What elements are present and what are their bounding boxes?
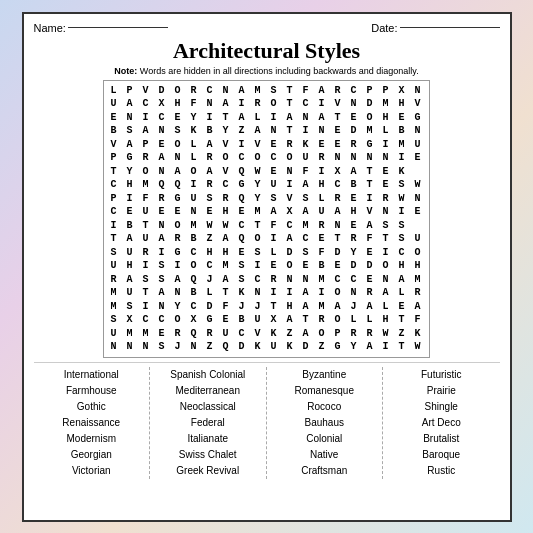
word-item: Brutalist [423, 431, 459, 447]
word-item: Art Deco [422, 415, 461, 431]
grid-row: I B T N O M W W C T F C M R N E A S S [110, 219, 422, 233]
word-item: Native [310, 447, 338, 463]
grid-row: U H I S I O C M S I E O E B E D D O H H [110, 259, 422, 273]
word-list: InternationalFarmhouseGothicRenaissanceM… [34, 362, 500, 479]
word-item: Rustic [427, 463, 455, 479]
word-item: Spanish Colonial [170, 367, 245, 383]
date-label: Date: [371, 22, 397, 34]
word-item: Rococo [307, 399, 341, 415]
word-item: Craftsman [301, 463, 347, 479]
grid-row: M U T A N B L T K N I I A I O N R A L R [110, 286, 422, 300]
grid-row: B S A N S K B Y Z A N T I N E D M L B N [110, 124, 422, 138]
grid-row: V A P E O L A V I V E R K E E R G I M U [110, 138, 422, 152]
grid-row: T A U A R B Z A Q O I A C E T R F T S U [110, 232, 422, 246]
word-item: Georgian [71, 447, 112, 463]
word-item: Prairie [427, 383, 456, 399]
grid-row: U M M E R Q R U C V K Z A O P R R W Z K [110, 327, 422, 341]
word-col-4: FuturisticPrairieShingleArt DecoBrutalis… [383, 367, 500, 479]
word-item: Romanesque [295, 383, 354, 399]
date-underline [400, 27, 500, 28]
worksheet-page: Name: Date: Architectural Styles Note: W… [22, 12, 512, 522]
word-item: Victorian [72, 463, 111, 479]
grid-row: N N N S J N Z Q D K U K D Z G Y A I T W [110, 340, 422, 354]
word-item: Renaissance [62, 415, 120, 431]
word-item: Byzantine [302, 367, 346, 383]
page-title: Architectural Styles [34, 38, 500, 64]
word-item: Baroque [422, 447, 460, 463]
word-item: Federal [191, 415, 225, 431]
instructions: Note: Words are hidden in all directions… [34, 66, 500, 76]
grid-row: P G R A N L R O C O C O U R N N N N I E [110, 151, 422, 165]
grid-row: P I F R G U S R Q Y S V S L R E I R W N [110, 192, 422, 206]
grid-row: T Y O N A O A V Q W E N F I X A T E K [110, 165, 422, 179]
note-text: Words are hidden in all directions inclu… [140, 66, 419, 76]
grid-row: M S I N Y C D F J J T H A M A J A L E A [110, 300, 422, 314]
note-prefix: Note: [114, 66, 137, 76]
grid-row: U A C X H F N A I R O T C I V N D M H V [110, 97, 422, 111]
grid-row: C E U E E N E H E M A X A U A H V N I E [110, 205, 422, 219]
word-item: Swiss Chalet [179, 447, 237, 463]
word-item: Futuristic [421, 367, 462, 383]
word-item: Bauhaus [305, 415, 344, 431]
grid-row: R A S S A Q J A S C R N N M C C E N A M [110, 273, 422, 287]
grid-row: E N I C E Y I T A L I A N A T E O H E G [110, 111, 422, 125]
header: Name: Date: [34, 22, 500, 34]
name-underline [68, 27, 168, 28]
word-item: Italianate [187, 431, 228, 447]
grid-row: S U R I G C H H E S L D S F D Y E I C O [110, 246, 422, 260]
date-field: Date: [371, 22, 499, 34]
name-label: Name: [34, 22, 66, 34]
word-col-1: InternationalFarmhouseGothicRenaissanceM… [34, 367, 151, 479]
word-item: Neoclassical [180, 399, 236, 415]
word-col-2: Spanish ColonialMediterraneanNeoclassica… [150, 367, 267, 479]
word-item: Farmhouse [66, 383, 117, 399]
grid-container: L P V D O R C N A M S T F A R C P P X NU… [34, 80, 500, 358]
word-item: International [64, 367, 119, 383]
name-field: Name: [34, 22, 168, 34]
word-col-3: ByzantineRomanesqueRococoBauhausColonial… [267, 367, 384, 479]
grid-row: L P V D O R C N A M S T F A R C P P X N [110, 84, 422, 98]
word-item: Modernism [67, 431, 116, 447]
word-item: Colonial [306, 431, 342, 447]
grid-row: C H M Q Q I R C G Y U I A H C B T E S W [110, 178, 422, 192]
word-search-grid: L P V D O R C N A M S T F A R C P P X NU… [103, 80, 429, 358]
word-item: Greek Revival [176, 463, 239, 479]
word-item: Gothic [77, 399, 106, 415]
grid-row: S X C C O X G E B U X A T R O L L H T F [110, 313, 422, 327]
word-item: Mediterranean [176, 383, 240, 399]
word-item: Shingle [425, 399, 458, 415]
